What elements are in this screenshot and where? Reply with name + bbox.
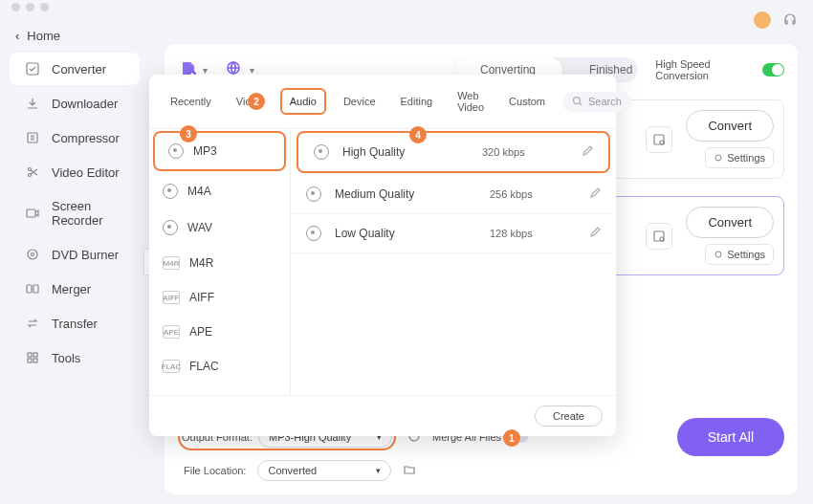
home-label: Home (27, 29, 60, 43)
svg-rect-4 (27, 209, 35, 217)
svg-rect-12 (33, 359, 37, 362)
disc-icon (25, 247, 40, 262)
format-popover: Recently Video Audio Device Editing Web … (149, 75, 616, 436)
format-wav[interactable]: WAV (149, 209, 290, 246)
svg-rect-0 (27, 63, 38, 75)
format-list: MP3 M4A WAV M4RM4R AIFFAIFF APEAPE FLACF… (149, 129, 291, 395)
sidebar-item-screen-recorder[interactable]: Screen Recorder (10, 190, 140, 236)
sidebar-item-video-editor[interactable]: Video Editor (10, 156, 140, 188)
format-m4r[interactable]: M4RM4R (149, 246, 290, 280)
nav-label: Video Editor (52, 165, 120, 180)
step-badge-3: 3 (180, 125, 197, 142)
format-ape[interactable]: APEAPE (149, 315, 290, 349)
svg-point-17 (715, 155, 721, 161)
nav-label: Converter (52, 62, 106, 77)
high-speed-toggle[interactable] (762, 63, 784, 77)
quality-icon (306, 226, 321, 241)
pop-tab-device[interactable]: Device (336, 90, 384, 113)
svg-point-21 (573, 97, 580, 103)
sidebar-item-compressor[interactable]: Compressor (10, 121, 140, 154)
record-icon (25, 206, 40, 221)
svg-rect-8 (33, 285, 38, 293)
create-button[interactable]: Create (535, 405, 603, 427)
sidebar-item-converter[interactable]: Converter (10, 53, 140, 85)
window-titlebar (0, 0, 813, 13)
format-mp3[interactable]: MP3 (153, 131, 286, 171)
nav-label: Compressor (52, 131, 120, 145)
folder-icon[interactable] (403, 463, 416, 478)
svg-rect-7 (27, 285, 32, 293)
svg-rect-15 (654, 135, 664, 144)
sidebar-item-downloader[interactable]: Downloader (10, 87, 140, 120)
traffic-minimize[interactable] (26, 3, 34, 11)
audio-format-icon (163, 184, 178, 199)
settings-button[interactable]: Settings (705, 244, 774, 265)
svg-point-20 (715, 252, 721, 257)
quality-icon (306, 186, 321, 202)
edit-icon[interactable] (589, 227, 601, 241)
sidebar-item-transfer[interactable]: Transfer (10, 307, 140, 340)
edit-icon[interactable] (589, 187, 601, 202)
transfer-icon (25, 316, 40, 331)
compressor-icon (25, 130, 40, 145)
search-icon (572, 96, 582, 108)
svg-point-16 (660, 141, 664, 144)
pop-tab-web-video[interactable]: Web Video (450, 84, 492, 119)
scissors-icon (25, 164, 40, 180)
support-icon[interactable] (782, 12, 798, 28)
chevron-down-icon: ▾ (376, 466, 381, 475)
start-all-button[interactable]: Start All (677, 418, 784, 456)
converter-icon (25, 61, 40, 77)
settings-button[interactable]: Settings (705, 147, 774, 168)
file-location-select[interactable]: Converted ▾ (257, 460, 391, 481)
svg-point-19 (660, 237, 664, 241)
pop-tab-audio[interactable]: Audio (280, 88, 326, 115)
format-m4a[interactable]: M4A (149, 173, 290, 209)
high-speed-label: High Speed Conversion (655, 58, 755, 81)
svg-rect-18 (654, 231, 664, 241)
chevron-left-icon: ‹ (15, 29, 19, 43)
sidebar: ‹ Home Converter Downloader Compressor V… (0, 13, 149, 504)
quality-high[interactable]: High Quality 320 kbps (297, 131, 610, 173)
download-icon (25, 96, 40, 111)
pop-tab-recently[interactable]: Recently (163, 90, 219, 113)
chevron-down-icon: ▾ (203, 65, 208, 76)
pop-tab-editing[interactable]: Editing (393, 90, 441, 113)
audio-format-icon: AIFF (163, 291, 180, 304)
step-badge-1: 1 (503, 429, 520, 447)
format-flac[interactable]: FLACFLAC (149, 349, 290, 383)
back-home[interactable]: ‹ Home (0, 21, 149, 51)
file-location-label: File Location: (184, 465, 246, 476)
avatar[interactable] (754, 11, 771, 29)
nav-label: Screen Recorder (52, 199, 124, 228)
chevron-down-icon: ▾ (250, 65, 254, 76)
step-badge-2: 2 (248, 93, 265, 110)
svg-point-5 (28, 250, 37, 259)
merger-icon (25, 281, 40, 296)
quality-icon (314, 144, 329, 160)
convert-button[interactable]: Convert (686, 207, 774, 238)
quality-list: High Quality 320 kbps Medium Quality 256… (291, 129, 616, 395)
edit-icon[interactable] (582, 145, 593, 160)
svg-rect-11 (28, 359, 32, 362)
grid-icon (25, 350, 40, 365)
sidebar-item-tools[interactable]: Tools (10, 341, 140, 374)
svg-point-6 (32, 253, 34, 256)
nav-label: DVD Burner (52, 248, 119, 262)
audio-format-icon (168, 143, 184, 159)
sidebar-item-dvd-burner[interactable]: DVD Burner (10, 238, 140, 271)
svg-rect-10 (33, 353, 37, 357)
traffic-zoom[interactable] (40, 3, 49, 11)
nav-label: Tools (52, 351, 80, 365)
pop-tab-custom[interactable]: Custom (501, 90, 553, 113)
output-profile-button[interactable] (646, 223, 672, 250)
nav-label: Downloader (52, 97, 118, 111)
quality-low[interactable]: Low Quality 128 kbps (291, 214, 616, 253)
quality-medium[interactable]: Medium Quality 256 kbps (291, 175, 616, 214)
search-input[interactable]: Search (562, 92, 631, 112)
convert-button[interactable]: Convert (686, 110, 774, 142)
output-profile-button[interactable] (646, 126, 672, 153)
traffic-close[interactable] (11, 3, 20, 11)
format-aiff[interactable]: AIFFAIFF (149, 280, 290, 315)
sidebar-item-merger[interactable]: Merger (10, 273, 140, 305)
